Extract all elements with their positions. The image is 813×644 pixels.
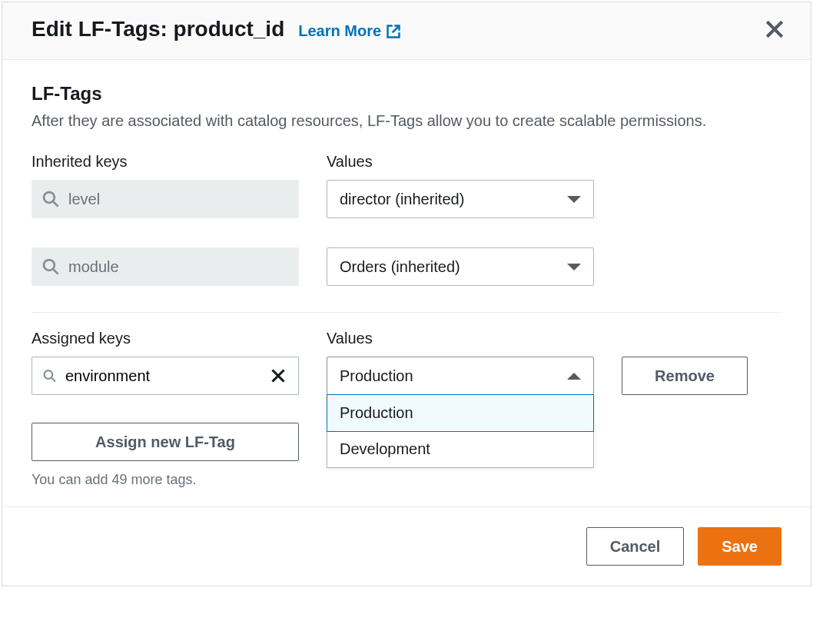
assigned-values-label: Values bbox=[327, 330, 594, 347]
remove-button[interactable]: Remove bbox=[622, 357, 748, 395]
select-text: Orders (inherited) bbox=[340, 258, 460, 276]
inherited-keys-col: Inherited keys level module bbox=[32, 153, 299, 286]
assigned-actions-col: Remove bbox=[622, 330, 748, 395]
clear-input-button[interactable] bbox=[269, 367, 287, 385]
inherited-value-select[interactable]: director (inherited) bbox=[327, 180, 594, 218]
svg-point-2 bbox=[45, 370, 53, 379]
inherited-values-col: Values director (inherited) Orders (inhe… bbox=[327, 153, 594, 286]
assigned-key-input[interactable] bbox=[65, 367, 260, 385]
assigned-key-input-wrapper bbox=[32, 357, 299, 395]
assigned-value-select[interactable]: Production bbox=[327, 357, 594, 395]
section-title: LF-Tags bbox=[32, 83, 781, 105]
chevron-down-icon bbox=[567, 264, 581, 271]
select-text: director (inherited) bbox=[340, 191, 464, 208]
chevron-up-icon bbox=[567, 373, 581, 380]
close-icon bbox=[765, 19, 785, 39]
cancel-label: Cancel bbox=[610, 538, 661, 556]
remove-label: Remove bbox=[655, 367, 715, 385]
svg-point-0 bbox=[44, 192, 55, 203]
page-title: Edit LF-Tags: product_id bbox=[32, 17, 284, 41]
inherited-key-text: module bbox=[68, 258, 119, 276]
inherited-value-select[interactable]: Orders (inherited) bbox=[327, 247, 594, 286]
inherited-key-field: level bbox=[32, 180, 299, 218]
assigned-values-col: Values Production Production Development bbox=[327, 330, 594, 395]
close-icon bbox=[270, 368, 286, 383]
save-button[interactable]: Save bbox=[698, 527, 781, 566]
select-text: Production bbox=[340, 367, 413, 385]
chevron-down-icon bbox=[567, 196, 581, 203]
edit-lf-tags-modal: Edit LF-Tags: product_id Learn More LF-T… bbox=[2, 2, 811, 586]
assign-new-lftag-button[interactable]: Assign new LF-Tag bbox=[32, 423, 299, 461]
spacer bbox=[622, 330, 748, 347]
assigned-row: Assigned keys Assign new LF-Tag bbox=[32, 330, 781, 488]
inherited-keys-label: Inherited keys bbox=[32, 153, 299, 171]
search-icon bbox=[43, 367, 56, 384]
inherited-key-field: module bbox=[32, 247, 299, 286]
assigned-value-dropdown: Production Production Development bbox=[327, 357, 594, 395]
learn-more-link[interactable]: Learn More bbox=[298, 22, 401, 40]
dropdown-option[interactable]: Development bbox=[327, 431, 593, 467]
dropdown-option[interactable]: Production bbox=[327, 394, 594, 432]
external-link-icon bbox=[386, 24, 401, 39]
inherited-row: Inherited keys level module bbox=[32, 153, 781, 286]
cancel-button[interactable]: Cancel bbox=[586, 527, 685, 566]
modal-footer: Cancel Save bbox=[2, 506, 811, 586]
search-icon bbox=[42, 191, 59, 207]
close-button[interactable] bbox=[762, 16, 788, 42]
svg-point-1 bbox=[44, 260, 55, 271]
section-desc: After they are associated with catalog r… bbox=[32, 112, 781, 130]
dropdown-list: Production Development bbox=[327, 395, 594, 468]
header-left: Edit LF-Tags: product_id Learn More bbox=[32, 17, 401, 41]
inherited-values-label: Values bbox=[327, 153, 594, 171]
assigned-keys-col: Assigned keys Assign new LF-Tag bbox=[32, 330, 299, 488]
divider bbox=[32, 312, 781, 313]
learn-more-label: Learn More bbox=[298, 22, 381, 40]
search-icon bbox=[42, 258, 59, 275]
modal-header: Edit LF-Tags: product_id Learn More bbox=[2, 2, 811, 60]
modal-body: LF-Tags After they are associated with c… bbox=[2, 60, 811, 506]
assign-new-lftag-label: Assign new LF-Tag bbox=[95, 433, 235, 451]
assigned-keys-label: Assigned keys bbox=[32, 330, 299, 347]
save-label: Save bbox=[722, 538, 758, 556]
inherited-key-text: level bbox=[68, 191, 100, 208]
tags-remaining-helper: You can add 49 more tags. bbox=[32, 472, 299, 488]
